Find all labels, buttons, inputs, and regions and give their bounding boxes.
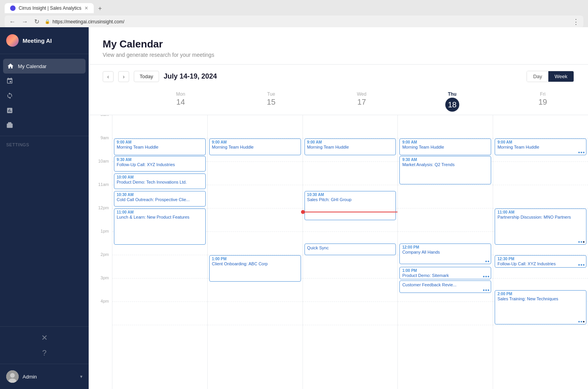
event-fri-1[interactable]: 9:00 AM Morning Team Huddle [495,138,586,155]
active-tab[interactable]: Cirrus Insight | Sales Analytics ✕ [5,3,94,13]
event-time: 12:30 PM [497,257,584,261]
refresh-button[interactable]: ↻ [33,17,40,26]
event-dots [485,261,489,262]
lock-icon: 🔒 [45,19,50,24]
sidebar-item-label: My Calendar [18,63,47,69]
event-time: 9:00 AM [117,140,203,144]
event-title: Sales Training: New Techniques [497,296,584,301]
browser-tabs: Cirrus Insight | Sales Analytics ✕ + [5,3,583,13]
event-mon-4[interactable]: 10:30 AM Cold Call Outreach: Prospective… [114,191,206,207]
event-fri-2[interactable]: 11:00 AM Partnership Discussion: MNO Par… [495,209,586,245]
event-time: 11:00 AM [497,210,584,214]
hour-block-15 [112,279,207,302]
sidebar-item-reports[interactable] [0,118,89,133]
url-text: https://meetingai.cirrusinsight.com/ [52,19,124,25]
dot [485,261,487,262]
day-name-fri: Fri [497,91,588,97]
event-wed-3[interactable]: Quick Sync [304,244,396,255]
sync-icon [6,92,13,99]
dot [583,264,584,266]
event-time: 10:00 AM [117,175,203,179]
board-icon [6,107,13,114]
forward-button[interactable]: → [21,18,29,26]
current-time-dot [301,210,305,214]
event-fri-4[interactable]: 2:00 PM Sales Training: New Techniques [495,290,586,324]
user-menu-chevron[interactable]: ▾ [80,374,82,379]
back-button[interactable]: ← [9,18,16,26]
time-9am: 9am [89,135,112,159]
new-tab-button[interactable]: + [95,4,105,13]
event-thu-3[interactable]: 12:00 PM Company All Hands [399,244,491,264]
event-title: Customer Feedback Revie... [402,282,488,287]
day-col-tue: 9:00 AM Morning Team Huddle 1:00 PM Clie… [207,115,303,389]
reports-icon [6,122,13,129]
event-mon-3[interactable]: 10:00 AM Product Demo: Tech Innovations … [114,173,206,189]
hour-block-10 [493,162,588,185]
event-mon-1[interactable]: 9:00 AM Morning Team Huddle [114,138,206,155]
calendar-icon [6,77,13,84]
week-view-button[interactable]: Week [548,71,574,82]
sidebar-item-sync[interactable] [0,88,89,103]
user-name: Admin [23,374,76,380]
tab-close-button[interactable]: ✕ [84,5,88,11]
today-button[interactable]: Today [134,71,159,82]
event-title: Follow-Up Call: XYZ Industries [497,261,584,266]
prev-week-button[interactable]: ‹ [103,71,114,82]
event-thu-1[interactable]: 9:00 AM Morning Team Huddle [399,138,491,155]
event-mon-5[interactable]: 11:00 AM Lunch & Learn: New Product Feat… [114,209,206,245]
event-dots [483,276,489,277]
app-logo [6,34,19,47]
hour-block-8 [493,115,588,138]
url-bar[interactable]: 🔒 https://meetingai.cirrusinsight.com/ [45,19,568,25]
event-title: Company All Hands [402,249,488,255]
hour-block-11 [493,185,588,209]
browser-menu-button[interactable]: ⋮ [572,18,579,26]
day-header-fri: Fri 19 [497,88,588,115]
time-12pm: 12pm [89,205,112,229]
event-time: 9:00 AM [307,140,394,144]
sidebar-item-calendar[interactable] [0,74,89,88]
dot [483,289,485,291]
day-col-fri: 9:00 AM Morning Team Huddle 11:00 AM Par… [493,115,588,389]
day-header-thu: Thu 18 [407,88,497,115]
event-thu-5[interactable]: Customer Feedback Revie... [399,280,491,293]
event-time: 9:30 AM [402,158,488,162]
app-title: Meeting AI [23,37,52,44]
event-tue-2[interactable]: 1:00 PM Client Onboarding: ABC Corp [209,255,301,282]
next-week-button[interactable]: › [118,71,129,82]
event-tue-1[interactable]: 9:00 AM Morning Team Huddle [209,138,301,155]
hour-block-16 [303,302,398,325]
event-title: Partnership Discussion: MNO Partners [497,214,584,220]
event-time: 9:30 AM [117,158,203,162]
dot [581,321,582,322]
event-thu-4[interactable]: 1:00 PM Product Demo: Sitemark [399,267,491,279]
event-dots [578,241,584,243]
page-subtitle: View and generate research for your meet… [103,52,574,58]
page-header: My Calendar View and generate research f… [89,27,588,65]
sidebar-user-section: Admin ▾ [0,364,89,389]
event-thu-2[interactable]: 9:30 AM Market Analysis: Q2 Trends [399,156,491,184]
dot [581,264,582,266]
hour-block-16 [398,302,493,325]
day-name-tue: Tue [226,91,317,97]
dot [485,289,487,291]
hour-block-11 [398,185,493,209]
time-1pm: 1pm [89,229,112,252]
event-fri-3[interactable]: 12:30 PM Follow-Up Call: XYZ Industries [495,255,586,268]
hour-block-15 [208,279,303,302]
day-view-button[interactable]: Day [527,71,548,82]
date-range: July 14-19, 2024 [164,72,217,81]
sidebar-item-my-calendar[interactable]: My Calendar [3,59,86,74]
help-circle-icon[interactable]: ? [42,349,46,357]
event-mon-2[interactable]: 9:30 AM Follow-Up Call: XYZ Industries [114,156,206,172]
event-title: Market Analysis: Q2 Trends [402,162,488,167]
view-toggle: Day Week [527,71,574,82]
time-2pm: 2pm [89,252,112,275]
event-wed-2[interactable]: 10:30 AM Sales Pitch: GHI Group [304,191,396,220]
day-header-wed: Wed 17 [317,88,407,115]
time-3pm: 3pm [89,275,112,299]
sidebar-item-board[interactable] [0,103,89,118]
hour-block-8 [208,115,303,138]
event-wed-1[interactable]: 9:00 AM Morning Team Huddle [304,138,396,155]
close-circle-icon[interactable]: ✕ [41,333,48,342]
